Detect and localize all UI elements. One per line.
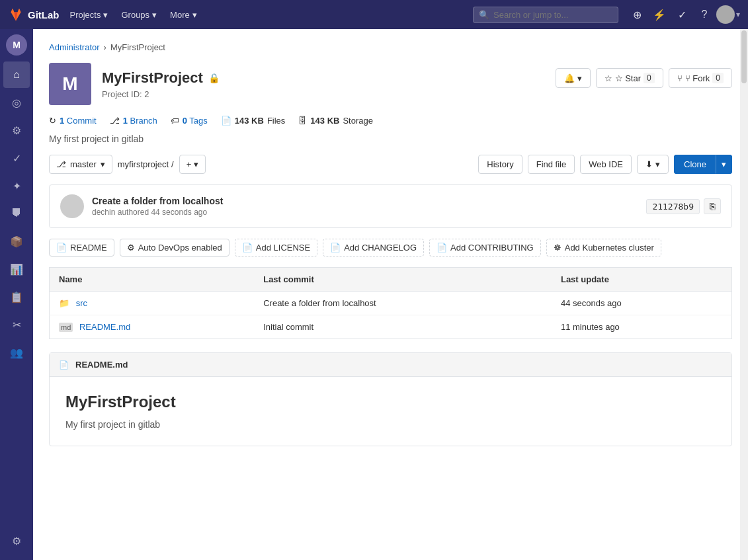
chevron-down-icon: ▾ [655,159,660,169]
breadcrumb-admin[interactable]: Administrator [49,42,100,52]
repo-right-controls: History Find file Web IDE ⬇ ▾ Clone ▾ [478,155,732,174]
sidebar-user-avatar[interactable]: M [6,34,27,56]
file-link[interactable]: README.md [79,322,130,332]
document-icon: 📄 [59,360,69,370]
add-license-tag[interactable]: 📄 Add LICENSE [235,239,317,257]
add-file-button[interactable]: + ▾ [179,155,206,174]
search-input[interactable] [493,10,612,20]
branch-icon: ⎇ [56,159,66,169]
sidebar-item-activity[interactable]: ✦ [3,173,30,199]
clone-button-main[interactable]: Clone [674,155,716,174]
lock-icon: 🔒 [208,73,220,83]
commit-author-avatar [60,194,84,218]
user-avatar[interactable] [716,5,735,24]
readme-label: README [70,243,107,253]
sidebar-item-merge-requests[interactable]: ⚙ [3,117,30,143]
app-body: M ⌂ ◎ ⚙ ✓ ✦ ⛊ 📦 📊 📋 ✂ 👥 [0,29,748,460]
new-item-button[interactable]: ⊕ [626,4,647,25]
home-icon: ⌂ [13,69,20,81]
search-bar[interactable]: 🔍 [473,7,618,23]
wiki-icon: 📋 [10,291,23,303]
file-link[interactable]: src [76,298,87,308]
merge-requests-icon[interactable]: ⚡ [649,4,670,25]
members-icon: 👥 [10,346,23,359]
sidebar-item-home[interactable]: ⌂ [3,61,30,88]
fork-button[interactable]: ⑂ ⑂ Fork 0 [669,68,732,88]
avatar-dropdown-arrow[interactable]: ▾ [736,10,740,19]
tags-link[interactable]: 0 Tags [183,116,208,126]
sidebar-item-packages[interactable]: 📦 [3,228,30,255]
nav-groups[interactable]: Groups ▾ [116,0,162,29]
col-last-update: Last update [552,268,732,292]
nav-more[interactable]: More ▾ [165,0,202,29]
todo-icon: ✓ [13,152,21,165]
package-icon: 📦 [10,235,23,248]
file-name-cell: 📁 src [50,292,255,315]
fork-label: ⑂ Fork [685,73,710,83]
copy-hash-button[interactable]: ⎘ [704,198,721,214]
snippets-icon: ✂ [13,319,21,331]
add-contributing-tag[interactable]: 📄 Add CONTRIBUTING [429,239,541,257]
chevron-down-icon: ▾ [152,10,157,20]
storage-icon: 🗄 [298,116,307,126]
commits-link[interactable]: 1 Commit [60,116,97,126]
add-changelog-tag[interactable]: 📄 Add CHANGELOG [323,239,424,257]
action-tags: 📄 README ⚙ Auto DevOps enabled 📄 Add LIC… [49,239,732,257]
notification-button[interactable]: 🔔 ▾ [556,68,591,88]
document-icon: 📄 [436,243,447,253]
file-commit-cell: Initial commit [254,315,552,339]
sidebar-item-wiki[interactable]: 📋 [3,284,30,310]
branch-selector[interactable]: ⎇ master ▾ [49,155,112,174]
activity-icon: ✦ [13,180,21,192]
markdown-icon: md [59,323,73,332]
auto-devops-tag[interactable]: ⚙ Auto DevOps enabled [120,239,229,257]
branches-link[interactable]: 1 Branch [123,116,157,126]
sidebar-item-members[interactable]: 👥 [3,339,30,366]
readme-body: MyFirstProject My first project in gitla… [50,377,731,446]
download-icon: ⬇ [645,159,653,169]
project-info: MyFirstProject 🔒 Project ID: 2 [102,69,220,99]
merge-request-icon: ⚙ [12,124,21,137]
fork-icon: ⑂ [677,73,683,83]
web-ide-button[interactable]: Web IDE [580,155,632,174]
download-button[interactable]: ⬇ ▾ [637,155,669,174]
nav-projects[interactable]: Projects ▾ [65,0,114,29]
sidebar-item-snippets[interactable]: ✂ [3,311,30,338]
branch-name: master [70,159,97,169]
folder-icon: 📁 [59,298,69,308]
add-kubernetes-tag[interactable]: ☸ Add Kubernetes cluster [546,239,661,257]
star-button[interactable]: ☆ ☆ Star 0 [596,68,663,88]
document-icon: 📄 [330,243,341,253]
star-label: ☆ Star [615,73,641,83]
sidebar-item-issues[interactable]: ◎ [3,89,30,116]
sidebar-item-security[interactable]: ⛊ [3,200,30,227]
topnav-icons: ⊕ ⚡ ✓ ? ▾ [626,4,740,25]
scrollbar-thumb[interactable] [741,30,747,83]
commit-hash-code[interactable]: 211278b9 [646,199,700,214]
todo-icon[interactable]: ✓ [671,4,692,25]
sidebar-item-todo[interactable]: ✓ [3,145,30,171]
find-file-button[interactable]: Find file [528,155,575,174]
repo-controls: ⎇ master ▾ myfirstproject / + ▾ History … [49,155,732,174]
main-content: Administrator › MyFirstProject M MyFirst… [33,29,748,460]
file-icon: 📄 [221,116,231,126]
history-button[interactable]: History [478,155,522,174]
project-title-row: MyFirstProject 🔒 [102,69,220,87]
commit-author: dechin [92,208,115,217]
bell-icon: 🔔 [564,73,575,83]
readme-title: MyFirstProject [65,393,716,411]
file-update-cell: 44 seconds ago [552,292,732,315]
help-icon[interactable]: ? [694,4,715,25]
path-navigation: myfirstproject / [118,159,174,169]
project-identity: M MyFirstProject 🔒 Project ID: 2 [49,63,220,105]
chevron-down-icon: ▾ [103,10,108,20]
commit-details: Create a folder from localhost dechin au… [92,196,223,217]
gitlab-logo[interactable]: GitLab [8,7,60,22]
clone-dropdown-button[interactable]: ▾ [716,155,732,174]
scrollbar[interactable] [740,29,748,460]
sidebar-item-analytics[interactable]: 📊 [3,256,30,282]
project-name: MyFirstProject [102,69,203,87]
issues-icon: ◎ [12,97,21,109]
readme-tag[interactable]: 📄 README [49,239,114,257]
file-update-cell: 11 minutes ago [552,315,732,339]
